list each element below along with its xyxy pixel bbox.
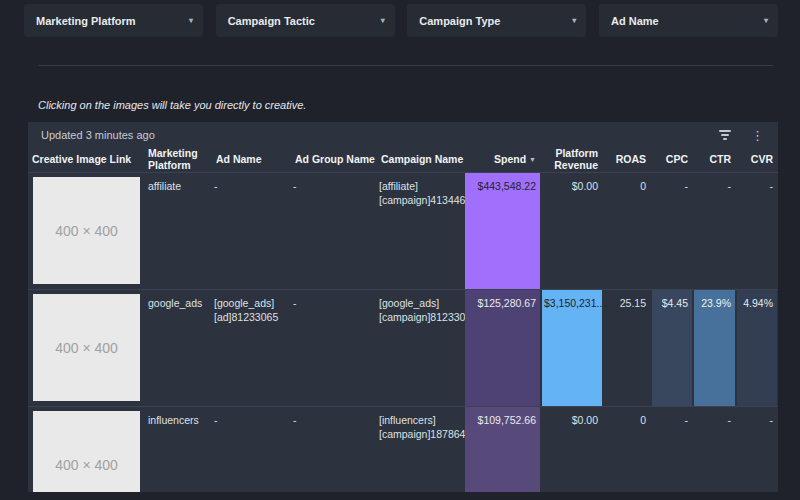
filter-label: Marketing Platform [36, 15, 136, 27]
chevron-down-icon: ▾ [572, 16, 576, 25]
cell-ad-name: - [214, 173, 293, 289]
filter-icon[interactable] [717, 128, 733, 142]
sort-desc-icon: ▼ [529, 156, 536, 163]
cell-spend: $109,752.66 [464, 407, 541, 492]
cell-creative-image: 400 × 400 [28, 290, 146, 406]
col-header-cpc[interactable]: CPC [651, 154, 693, 166]
panel-header: Updated 3 minutes ago ⋮ [28, 122, 778, 148]
cell-roas: 25.15 [603, 290, 651, 406]
cell-cvr: - [736, 407, 778, 492]
filter-dropdown-campaign-tactic[interactable]: Campaign Tactic ▾ [216, 4, 395, 37]
col-header-cvr[interactable]: CVR [736, 154, 778, 166]
filter-label: Campaign Type [419, 15, 500, 27]
cell-ctr: 23.9% [693, 290, 736, 406]
cell-cvr: 4.94% [736, 290, 778, 406]
note-text: Clicking on the images will take you dir… [38, 99, 306, 111]
cell-campaign-name: [influencers] [campaign]187864 [379, 407, 464, 492]
cell-cpc: - [651, 173, 693, 289]
cell-roas: 0 [603, 407, 651, 492]
creative-image[interactable]: 400 × 400 [33, 411, 140, 492]
cell-marketing-platform: google_ads [146, 290, 214, 406]
filter-dropdown-campaign-type[interactable]: Campaign Type ▾ [407, 4, 586, 37]
filter-dropdown-marketing-platform[interactable]: Marketing Platform ▾ [24, 4, 203, 37]
panel-actions: ⋮ [717, 128, 766, 142]
col-header-spend[interactable]: Spend▼ [464, 154, 541, 166]
col-header-ctr[interactable]: CTR [693, 154, 736, 166]
col-header-platform-revenue[interactable]: Platform Revenue [541, 148, 603, 171]
cell-platform-revenue: $0.00 [541, 407, 603, 492]
table-row: 400 × 400 influencers - - [influencers] … [28, 406, 778, 492]
table-header-row: Creative Image Link Marketing Platform A… [28, 148, 778, 172]
cell-ad-group-name: - [293, 407, 379, 492]
col-header-ad-group-name[interactable]: Ad Group Name [293, 154, 379, 166]
cell-campaign-name: [google_ads] [campaign]812330 [379, 290, 464, 406]
table-panel: Updated 3 minutes ago ⋮ Creative Image L… [28, 122, 778, 492]
chevron-down-icon: ▾ [189, 16, 193, 25]
cell-cpc: - [651, 407, 693, 492]
col-header-campaign-name[interactable]: Campaign Name [379, 154, 464, 166]
updated-label: Updated 3 minutes ago [41, 129, 155, 141]
cell-ctr: - [693, 173, 736, 289]
filter-label: Ad Name [611, 15, 659, 27]
filter-label: Campaign Tactic [228, 15, 315, 27]
chevron-down-icon: ▾ [764, 16, 768, 25]
col-header-ad-name[interactable]: Ad Name [214, 154, 293, 166]
filter-dropdown-ad-name[interactable]: Ad Name ▾ [599, 4, 778, 37]
cell-marketing-platform: influencers [146, 407, 214, 492]
col-header-creative-image-link[interactable]: Creative Image Link [28, 154, 146, 166]
cell-spend: $443,548.22 [464, 173, 541, 289]
filter-bar: Marketing Platform ▾ Campaign Tactic ▾ C… [24, 4, 778, 37]
table-row: 400 × 400 google_ads [google_ads] [ad]81… [28, 289, 778, 406]
creative-image[interactable]: 400 × 400 [33, 177, 140, 284]
col-header-roas[interactable]: ROAS [603, 154, 651, 166]
cell-creative-image: 400 × 400 [28, 173, 146, 289]
cell-ad-group-name: - [293, 290, 379, 406]
cell-cpc: $4.45 [651, 290, 693, 406]
cell-cvr: - [736, 173, 778, 289]
table-row: 400 × 400 affiliate - - [affiliate] [cam… [28, 172, 778, 289]
section-divider [38, 65, 773, 66]
cell-ctr: - [693, 407, 736, 492]
kebab-menu-icon[interactable]: ⋮ [749, 129, 766, 142]
cell-ad-group-name: - [293, 173, 379, 289]
cell-creative-image: 400 × 400 [28, 407, 146, 492]
cell-ad-name: - [214, 407, 293, 492]
col-header-marketing-platform[interactable]: Marketing Platform [146, 148, 214, 171]
cell-platform-revenue: $0.00 [541, 173, 603, 289]
cell-platform-revenue: $3,150,231.... [541, 290, 603, 406]
cell-ad-name: [google_ads] [ad]81233065 [214, 290, 293, 406]
cell-campaign-name: [affiliate] [campaign]413446 [379, 173, 464, 289]
chevron-down-icon: ▾ [381, 16, 385, 25]
cell-roas: 0 [603, 173, 651, 289]
creative-image[interactable]: 400 × 400 [33, 294, 140, 401]
cell-marketing-platform: affiliate [146, 173, 214, 289]
cell-spend: $125,280.67 [464, 290, 541, 406]
